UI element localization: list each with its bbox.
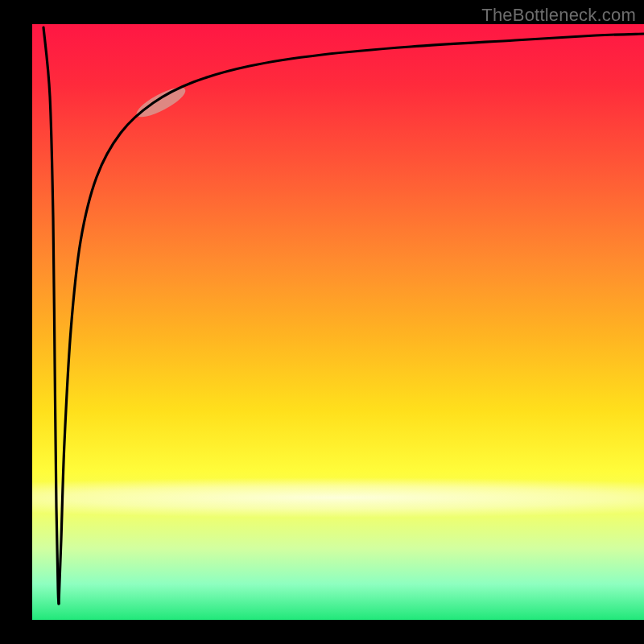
curve-recovery xyxy=(59,34,644,604)
watermark-text: TheBottleneck.com xyxy=(481,5,636,26)
curve-down xyxy=(43,27,59,604)
chart-stage: TheBottleneck.com xyxy=(0,0,644,644)
curve-layer xyxy=(32,24,644,620)
